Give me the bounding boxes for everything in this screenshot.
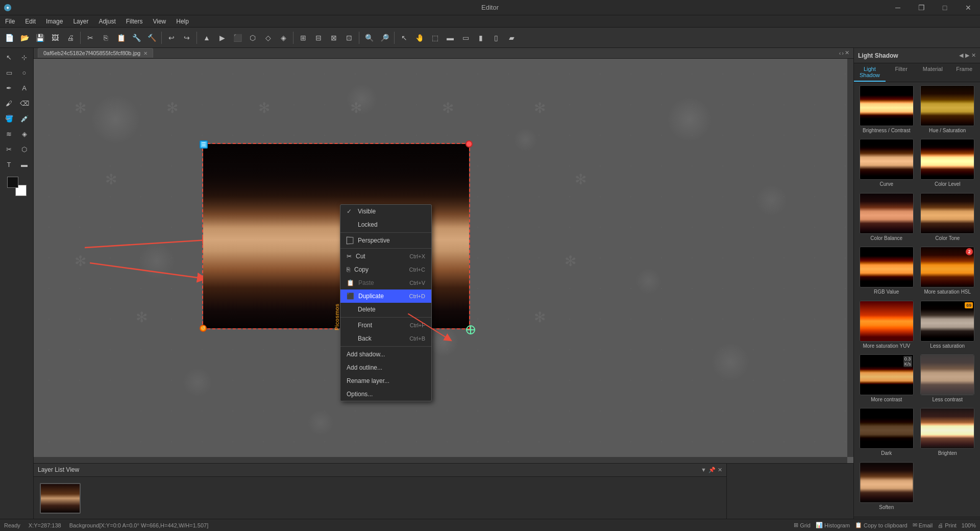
undo-button[interactable]: ↩ — [164, 31, 179, 45]
canvas-background[interactable]: ✻ ✻ ✻ ✻ ✻ ✻ ✻ ✻ ✻ ✻ ✻ ✻ — [34, 59, 853, 463]
tool-btn16[interactable]: ◈ — [276, 31, 290, 45]
tool-node[interactable]: ⊹ — [17, 50, 32, 64]
tool-btn-bar2[interactable]: ▭ — [458, 31, 473, 45]
tool-text[interactable]: A — [17, 81, 32, 95]
tool-ellipse[interactable]: ○ — [17, 65, 32, 80]
distribute-tool-button[interactable]: ⊡ — [342, 31, 356, 45]
filter-item-more-sat-yuv[interactable]: More saturation YUV — [857, 301, 916, 352]
filter-item-color-tone[interactable]: Color Tone — [918, 193, 977, 245]
ctx-visible[interactable]: ✓ Visible — [340, 205, 431, 218]
layer-item-background[interactable]: Background — [36, 479, 85, 525]
ctx-options[interactable]: Options... — [340, 388, 431, 401]
redo-button[interactable]: ↪ — [180, 31, 194, 45]
right-panel-collapse[interactable]: ◀ — [959, 52, 963, 59]
maximize-button[interactable]: □ — [933, 0, 957, 15]
open-tool-button[interactable]: 📂 — [17, 31, 32, 45]
tool-pen[interactable]: ✒ — [2, 81, 16, 95]
tool-btn-bar4[interactable]: ▯ — [489, 31, 503, 45]
ctx-locked[interactable]: Locked — [340, 218, 431, 231]
tool-sharpen[interactable]: ◈ — [17, 127, 32, 141]
paste-tool-button[interactable]: 📋 — [114, 31, 128, 45]
email-button[interactable]: ✉ Email — [913, 522, 933, 528]
align-tool-button[interactable]: ⊠ — [327, 31, 341, 45]
perspective-tool-button[interactable]: ◇ — [261, 31, 275, 45]
new-tool-button[interactable]: 📄 — [2, 31, 16, 45]
warp-tool-button[interactable]: ⬡ — [246, 31, 260, 45]
ctx-copy[interactable]: ⎘ Copy Ctrl+C — [340, 263, 431, 276]
handle-top-right[interactable] — [465, 140, 473, 148]
filter-item-less-contrast[interactable]: Less contrast — [918, 354, 977, 406]
menu-edit[interactable]: Edit — [20, 15, 41, 28]
tool-rect[interactable]: ▭ — [2, 65, 16, 80]
filter-item-color-level[interactable]: Color Level — [918, 139, 977, 190]
filter-item-brighten[interactable]: Brighten — [918, 408, 977, 460]
canvas-tab-item[interactable]: 0af6eb24c5182e7f405855fc5fcf80b.jpg ✕ — [38, 48, 153, 58]
grid-tool-button[interactable]: ⊞ — [296, 31, 310, 45]
rotate-tool-button[interactable]: ▲ — [200, 31, 214, 45]
tab-light-shadow[interactable]: Light Shadow — [854, 63, 886, 82]
tool-type[interactable]: T — [2, 157, 16, 172]
filter-item-rgb-value[interactable]: RGB Value — [857, 247, 916, 298]
tool-brush[interactable]: 🖌 — [2, 96, 16, 110]
ctx-add-outline[interactable]: Add outline... — [340, 361, 431, 374]
tab-nav-left[interactable]: ‹ — [839, 50, 841, 56]
print-button[interactable]: 🖨 Print — [938, 522, 957, 528]
tab-nav-right[interactable]: › — [842, 50, 844, 56]
canvas-scrollbar-horizontal[interactable] — [34, 457, 847, 463]
filter-item-dark[interactable]: Dark — [857, 408, 916, 460]
tool-btn-bar1[interactable]: ▬ — [443, 31, 457, 45]
transform-tool-button[interactable]: ⬛ — [230, 31, 244, 45]
tool-select[interactable]: ↖ — [2, 50, 16, 64]
menu-help[interactable]: Help — [171, 15, 194, 28]
tool-box[interactable]: ▬ — [17, 157, 32, 172]
layer-panel-pin[interactable]: 📌 — [708, 467, 716, 473]
tool-btn4[interactable]: 🖼 — [48, 31, 62, 45]
filter-item-less-saturation[interactable]: 69 Less saturation — [918, 301, 977, 352]
tool-eyedrop[interactable]: 💉 — [17, 111, 32, 126]
tab-close-button[interactable]: ✕ — [143, 51, 148, 56]
filter-item-color-balance[interactable]: Color Balance — [857, 193, 916, 245]
crop-tool-button[interactable]: ⬚ — [428, 31, 442, 45]
save-tool-button[interactable]: 💾 — [33, 31, 47, 45]
menu-adjust[interactable]: Adjust — [93, 15, 120, 28]
tool-btn10[interactable]: 🔨 — [144, 31, 159, 45]
close-button[interactable]: ✕ — [957, 0, 980, 15]
filter-item-curve[interactable]: Curve — [857, 139, 916, 190]
color-swatch[interactable] — [7, 177, 27, 196]
right-panel-close[interactable]: ✕ — [971, 52, 976, 59]
menu-image[interactable]: Image — [41, 15, 68, 28]
tool-btn-bar5[interactable]: ▰ — [504, 31, 519, 45]
right-panel-expand[interactable]: ▶ — [965, 52, 969, 59]
ctx-duplicate[interactable]: ⬛ Duplicate Ctrl+D — [340, 289, 431, 303]
filter-item-brightness-contrast[interactable]: Brightness / Contrast — [857, 85, 916, 137]
tool-eraser[interactable]: ⌫ — [17, 96, 32, 110]
menu-filters[interactable]: Filters — [121, 15, 148, 28]
minimize-button[interactable]: ─ — [886, 0, 910, 15]
snap-tool-button[interactable]: ⊟ — [311, 31, 326, 45]
ctx-cut[interactable]: ✂ Cut Ctrl+X — [340, 250, 431, 263]
layer-thumb-background[interactable] — [40, 483, 81, 514]
tool-3d[interactable]: ⬡ — [17, 142, 32, 156]
handle-top-left[interactable]: ☰ — [200, 140, 208, 149]
ctx-add-shadow[interactable]: Add shadow... — [340, 348, 431, 361]
tab-frame[interactable]: Frame — [948, 63, 980, 82]
layer-panel-down[interactable]: ▼ — [701, 467, 706, 473]
menu-file[interactable]: File — [0, 15, 20, 28]
filter-item-more-contrast[interactable]: 0.3K/s More contrast — [857, 354, 916, 406]
tool-blur[interactable]: ≋ — [2, 127, 16, 141]
handle-bottom-left[interactable]: ↺ — [200, 325, 207, 332]
cut-tool-button[interactable]: ✂ — [83, 31, 97, 45]
menu-layer[interactable]: Layer — [68, 15, 93, 28]
ctx-perspective[interactable]: Perspective — [340, 234, 431, 247]
tab-filter[interactable]: Filter — [886, 63, 917, 82]
restore-button[interactable]: ❐ — [910, 0, 933, 15]
ctx-rename-layer[interactable]: Rename layer... — [340, 374, 431, 388]
tool-crop[interactable]: ✂ — [2, 142, 16, 156]
filter-item-hue-saturation[interactable]: Hue / Saturation — [918, 85, 977, 137]
select-tool-button[interactable]: ↖ — [397, 31, 411, 45]
zoom-out-button[interactable]: 🔎 — [377, 31, 391, 45]
tool-btn9[interactable]: 🔧 — [129, 31, 143, 45]
copy-tool-button[interactable]: ⎘ — [99, 31, 113, 45]
hand-tool-button[interactable]: 🤚 — [412, 31, 427, 45]
flip-tool-button[interactable]: ▶ — [215, 31, 229, 45]
